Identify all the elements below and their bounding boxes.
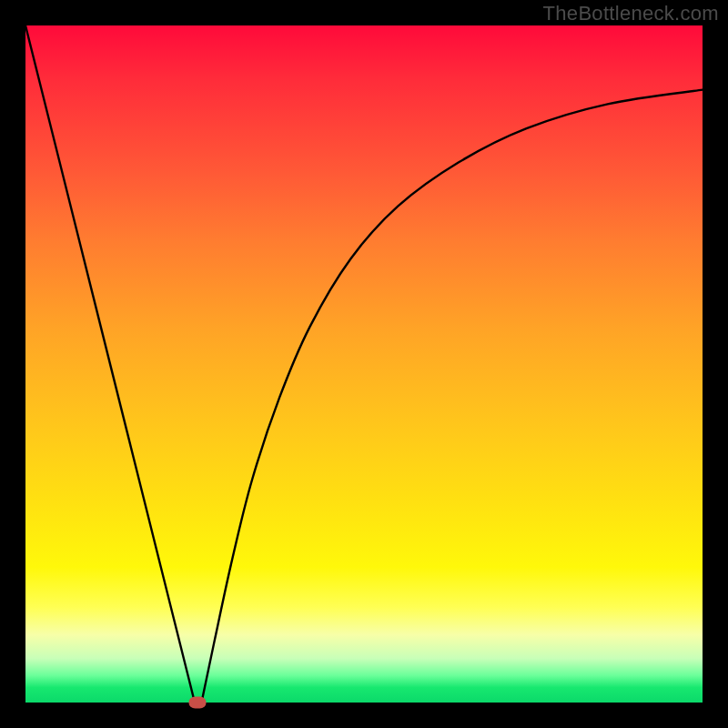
bottleneck-marker <box>188 697 206 709</box>
curve-right-branch <box>201 90 703 703</box>
chart-curve-svg <box>25 25 703 703</box>
chart-frame: TheBottleneck.com <box>0 0 728 728</box>
curve-left-branch <box>25 25 195 703</box>
watermark-text: TheBottleneck.com <box>543 2 719 25</box>
